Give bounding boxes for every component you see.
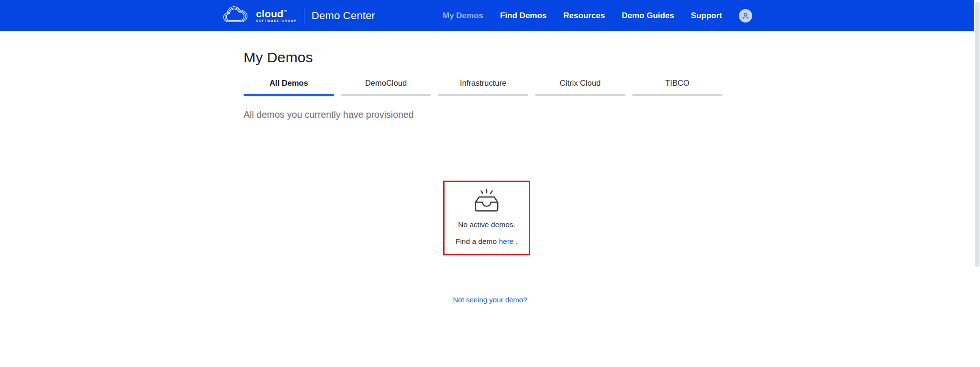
brand-logo-subtext: SOFTWARE GROUP [256, 20, 297, 23]
tab-tibco[interactable]: TIBCO [632, 79, 723, 96]
header-nav: My Demos Find Demos Resources Demo Guide… [443, 9, 752, 23]
page-subtitle: All demos you currently have provisioned [244, 109, 736, 120]
tab-label: All Demos [244, 79, 334, 94]
nav-item-resources[interactable]: Resources [563, 11, 605, 21]
tab-underline [632, 94, 723, 96]
top-header: cloud™ SOFTWARE GROUP Demo Center My Dem… [0, 0, 974, 31]
find-demo-here-link[interactable]: here [499, 237, 513, 245]
find-demo-text: Find a demo here . [456, 237, 518, 246]
cloud-logo-icon [222, 5, 248, 26]
main-content: My Demos All Demos DemoCloud Infrastruct… [244, 31, 736, 304]
app-title: Demo Center [312, 10, 375, 22]
trademark-symbol: ™ [284, 10, 288, 14]
tab-underline [535, 94, 625, 96]
footer-link-row: Not seeing your demo? [244, 296, 736, 304]
scrollbar-thumb[interactable] [975, 2, 980, 267]
tab-all-demos[interactable]: All Demos [244, 79, 334, 96]
tab-infrastructure[interactable]: Infrastructure [438, 79, 528, 96]
tab-label: DemoCloud [341, 79, 431, 94]
brand-logo-text: cloud™ SOFTWARE GROUP [256, 9, 297, 23]
brand-divider [304, 8, 304, 24]
tab-bar: All Demos DemoCloud Infrastructure Citri… [244, 79, 736, 96]
brand-logo[interactable]: cloud™ SOFTWARE GROUP Demo Center [222, 5, 375, 26]
nav-item-my-demos[interactable]: My Demos [443, 11, 483, 21]
nav-item-find-demos[interactable]: Find Demos [500, 11, 546, 21]
tab-label: Infrastructure [438, 79, 528, 94]
nav-item-support[interactable]: Support [691, 11, 722, 21]
nav-item-demo-guides[interactable]: Demo Guides [622, 11, 674, 21]
red-annotation-box: No active demos. Find a demo here . [443, 181, 530, 255]
tab-label: Citrix Cloud [535, 79, 625, 94]
page-title: My Demos [244, 49, 736, 66]
not-seeing-demo-link[interactable]: Not seeing your demo? [453, 296, 527, 304]
user-avatar-icon [741, 11, 750, 21]
brand-logo-word: cloud™ [256, 9, 297, 19]
tab-label: TIBCO [632, 79, 723, 94]
scrollbar-track [974, 0, 980, 367]
tab-democloud[interactable]: DemoCloud [341, 79, 431, 96]
empty-state-message: No active demos. [458, 220, 515, 229]
user-avatar-button[interactable] [739, 9, 752, 23]
tab-underline [244, 94, 334, 96]
tab-underline [438, 94, 528, 96]
header-inner: cloud™ SOFTWARE GROUP Demo Center My Dem… [222, 0, 752, 31]
empty-state-wrap: No active demos. Find a demo here . [244, 181, 736, 255]
tab-citrix-cloud[interactable]: Citrix Cloud [535, 79, 625, 96]
empty-inbox-icon [472, 188, 501, 216]
tab-underline [341, 94, 431, 96]
